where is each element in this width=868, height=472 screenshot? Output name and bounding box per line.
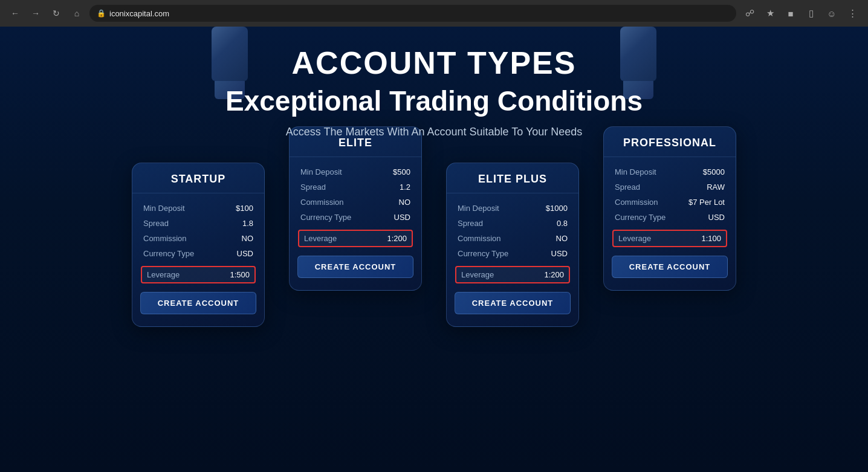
elite-plus-deposit-label: Min Deposit <box>458 204 499 213</box>
startup-currency-label: Currency Type <box>143 249 194 258</box>
startup-leverage-value: 1:500 <box>230 270 250 279</box>
elite-spread-label: Spread <box>300 183 326 192</box>
elite-plus-leverage-value: 1:200 <box>544 270 564 279</box>
elite-card-title: ELITE <box>296 137 415 149</box>
startup-leverage-label: Leverage <box>147 270 180 279</box>
elite-spread-value: 1.2 <box>400 183 410 192</box>
elite-plus-commission-label: Commission <box>458 234 501 243</box>
elite-deposit-label: Min Deposit <box>300 167 342 176</box>
startup-leverage-row: Leverage 1:500 <box>141 266 256 283</box>
reload-button[interactable]: ↻ <box>48 5 64 21</box>
professional-currency-label: Currency Type <box>615 213 666 222</box>
elite-deposit-value: $500 <box>393 167 410 176</box>
elite-plus-commission-value: NO <box>556 234 568 243</box>
startup-commission-value: NO <box>242 234 254 243</box>
professional-commission-label: Commission <box>615 198 658 207</box>
forward-button[interactable]: → <box>28 5 44 21</box>
elite-plus-currency-label: Currency Type <box>458 249 508 258</box>
header-section: ACCOUNT TYPES Exceptional Trading Condit… <box>0 27 868 138</box>
home-button[interactable]: ⌂ <box>69 5 85 21</box>
elite-create-button[interactable]: CREATE ACCOUNT <box>297 256 414 278</box>
professional-card-title: PROFESSIONAL <box>610 137 730 149</box>
professional-commission-row: Commission $7 Per Lot <box>604 195 736 210</box>
elite-plus-spread-value: 0.8 <box>557 219 568 228</box>
elite-plus-create-button[interactable]: CREATE ACCOUNT <box>455 292 571 314</box>
elite-commission-label: Commission <box>300 198 344 207</box>
professional-spread-value: RAW <box>707 183 725 192</box>
translate-icon[interactable]: ☍ <box>741 5 758 22</box>
startup-currency-row: Currency Type USD <box>132 246 264 261</box>
startup-spread-value: 1.8 <box>242 219 253 228</box>
professional-leverage-row: Leverage 1:100 <box>612 230 727 247</box>
professional-leverage-value: 1:100 <box>701 234 721 243</box>
professional-leverage-label: Leverage <box>618 234 651 243</box>
startup-currency-value: USD <box>237 249 253 258</box>
elite-plus-deposit-row: Min Deposit $1000 <box>447 201 578 216</box>
cards-section: STARTUP Min Deposit $100 Spread 1.8 Comm… <box>0 138 868 363</box>
page-subtitle: Exceptional Trading Conditions <box>0 85 868 117</box>
elite-plus-card-header: ELITE PLUS <box>447 163 578 193</box>
startup-deposit-label: Min Deposit <box>143 204 185 213</box>
elite-plus-spread-label: Spread <box>458 219 483 228</box>
elite-plus-currency-row: Currency Type USD <box>447 246 578 261</box>
menu-icon[interactable]: ⋮ <box>844 5 861 22</box>
professional-card: PROFESSIONAL Min Deposit $5000 Spread RA… <box>603 126 736 291</box>
professional-deposit-label: Min Deposit <box>615 167 656 176</box>
back-button[interactable]: ← <box>7 5 23 21</box>
extensions-icon[interactable]: ■ <box>782 5 799 22</box>
address-bar[interactable]: 🔒 iconixcapital.com <box>89 5 736 22</box>
elite-plus-commission-row: Commission NO <box>447 231 578 246</box>
bookmark-icon[interactable]: ★ <box>762 5 779 22</box>
browser-chrome: ← → ↻ ⌂ 🔒 iconixcapital.com ☍ ★ ■ ▯ ☺ ⋮ <box>0 0 868 27</box>
elite-card: ELITE Min Deposit $500 Spread 1.2 Commis… <box>289 126 422 291</box>
professional-deposit-row: Min Deposit $5000 <box>604 164 736 179</box>
elite-plus-leverage-label: Leverage <box>461 270 494 279</box>
elite-commission-row: Commission NO <box>290 195 421 210</box>
professional-spread-label: Spread <box>615 183 640 192</box>
page-description: Access The Markets With An Account Suita… <box>0 126 868 138</box>
elite-plus-card: ELITE PLUS Min Deposit $1000 Spread 0.8 … <box>446 163 579 327</box>
elite-deposit-row: Min Deposit $500 <box>290 164 421 179</box>
elite-commission-value: NO <box>399 198 411 207</box>
professional-create-button[interactable]: CREATE ACCOUNT <box>612 256 728 278</box>
startup-card-header: STARTUP <box>132 163 264 193</box>
professional-deposit-value: $5000 <box>703 167 725 176</box>
elite-currency-value: USD <box>394 213 410 222</box>
elite-spread-row: Spread 1.2 <box>290 179 421 195</box>
elite-plus-card-title: ELITE PLUS <box>453 173 572 186</box>
browser-actions: ☍ ★ ■ ▯ ☺ ⋮ <box>741 5 861 22</box>
professional-currency-value: USD <box>708 213 725 222</box>
startup-commission-row: Commission NO <box>132 231 264 246</box>
elite-currency-row: Currency Type USD <box>290 210 421 225</box>
elite-plus-currency-value: USD <box>551 249 568 258</box>
startup-card: STARTUP Min Deposit $100 Spread 1.8 Comm… <box>132 163 265 327</box>
startup-deposit-row: Min Deposit $100 <box>132 201 264 216</box>
professional-currency-row: Currency Type USD <box>604 210 736 225</box>
page-title: ACCOUNT TYPES <box>0 45 868 81</box>
main-content: ACCOUNT TYPES Exceptional Trading Condit… <box>0 27 868 472</box>
lock-icon: 🔒 <box>97 9 106 18</box>
elite-leverage-label: Leverage <box>304 234 337 243</box>
elite-plus-spread-row: Spread 0.8 <box>447 216 578 231</box>
startup-card-title: STARTUP <box>138 173 258 186</box>
startup-commission-label: Commission <box>143 234 187 243</box>
elite-currency-label: Currency Type <box>300 213 351 222</box>
startup-deposit-value: $100 <box>236 204 253 213</box>
elite-leverage-value: 1:200 <box>387 234 407 243</box>
startup-create-button[interactable]: CREATE ACCOUNT <box>140 292 257 314</box>
sidebar-icon[interactable]: ▯ <box>803 5 820 22</box>
professional-commission-value: $7 Per Lot <box>688 198 725 207</box>
url-text: iconixcapital.com <box>109 9 169 18</box>
startup-spread-label: Spread <box>143 219 169 228</box>
elite-plus-deposit-value: $1000 <box>546 204 568 213</box>
startup-spread-row: Spread 1.8 <box>132 216 264 231</box>
elite-plus-leverage-row: Leverage 1:200 <box>455 266 570 283</box>
profile-icon[interactable]: ☺ <box>823 5 840 22</box>
professional-spread-row: Spread RAW <box>604 179 736 195</box>
elite-leverage-row: Leverage 1:200 <box>298 230 413 247</box>
